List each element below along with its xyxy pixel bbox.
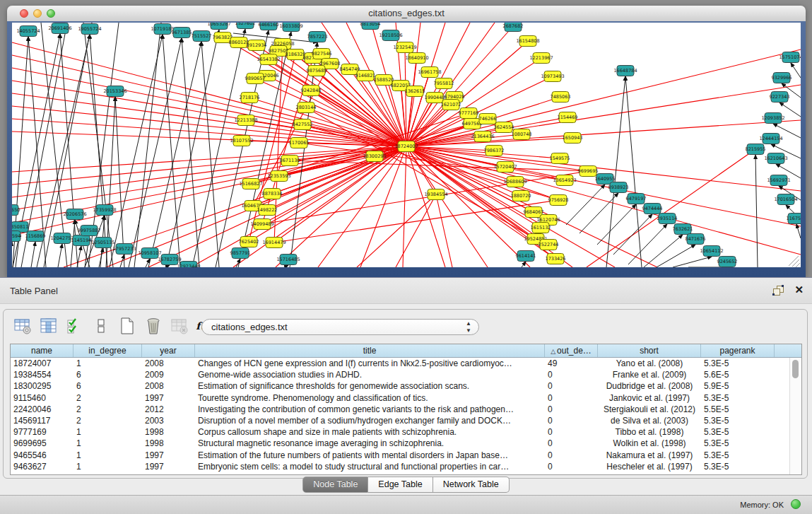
table-cell: 2008	[142, 380, 195, 392]
column-header-pagerank[interactable]: pagerank	[701, 344, 775, 357]
network-view-frame: 1405572420691406190557241071918596713857…	[7, 21, 806, 277]
graph-node-label: 7485063	[551, 94, 571, 100]
graph-node-label: 20206576	[63, 211, 86, 217]
table-cell: 0	[545, 450, 598, 461]
table-cell: 1997	[142, 461, 195, 472]
window-titlebar[interactable]: citations_edges.txt	[7, 6, 806, 22]
table-cell: Yano et al. (2008)	[598, 358, 701, 369]
table-cell: 2009	[142, 369, 195, 380]
table-cell: 5.6E-5	[701, 369, 775, 380]
table-cell: Jankovic et al. (1997)	[598, 392, 701, 404]
column-header-in_degree[interactable]: in_degree	[73, 344, 142, 357]
graph-node-label: 16648784	[613, 68, 637, 74]
table-row[interactable]: 969969511998Structural magnetic resonanc…	[11, 438, 801, 449]
graph-node-label: 12213388	[234, 117, 257, 123]
table-cell: 5.9E-5	[701, 380, 775, 392]
delete-table-icon[interactable]	[170, 316, 189, 336]
table-row[interactable]: 2242004622012Investigating the contribut…	[11, 404, 801, 415]
table-panel: Table Panel ✕ f(x) c	[0, 277, 812, 495]
table-row[interactable]: 1938455462009Genome-wide association stu…	[11, 369, 801, 380]
table-cell: 1998	[142, 426, 195, 438]
table-cell: 18724007	[11, 358, 73, 369]
table-cell: 18300295	[11, 380, 73, 392]
table-cell: 0	[545, 369, 598, 380]
table-cell: 5.3E-5	[701, 415, 775, 426]
column-header-title[interactable]: title	[195, 344, 545, 357]
graph-node-label: 12213967	[529, 55, 553, 61]
table-cell: 2008	[142, 358, 195, 369]
memory-status-indicator[interactable]	[791, 499, 801, 509]
column-header-out_de[interactable]: △out_de…	[545, 344, 598, 357]
table-cell: 1	[73, 426, 142, 438]
table-select-dropdown[interactable]: citations_edges.txt ▲▼	[201, 319, 479, 335]
table-cell: 6	[73, 380, 142, 392]
table-cell: 2	[73, 415, 142, 426]
table-toolbar: f(x)	[13, 315, 216, 337]
table-row[interactable]: 1830029562008Estimation of significance …	[11, 380, 801, 392]
network-window: citations_edges.txt 14055724206914061905…	[7, 6, 806, 277]
graph-node-label: 1621072	[441, 102, 461, 107]
graph-node-label: 6466160	[259, 23, 279, 28]
table-cell: Estimation of significance thresholds fo…	[195, 380, 545, 392]
graph-node-label: 16033809	[279, 23, 302, 29]
table-cell: 5.3E-5	[701, 392, 775, 404]
table-cell: 5.3E-5	[701, 358, 775, 369]
table-scrollbar[interactable]	[789, 358, 801, 474]
table-row[interactable]: 1456911722003Disruption of a novel membe…	[11, 415, 801, 426]
table-cell: 5.5E-5	[701, 404, 775, 415]
table-cell: Hescheler et al. (1997)	[598, 461, 701, 472]
select-columns-icon[interactable]	[65, 316, 85, 336]
table-cell: 9115460	[11, 392, 73, 404]
graph-node-label: 20153346	[103, 88, 126, 94]
graph-node-label: 1170065	[289, 140, 310, 146]
table-columns-icon[interactable]	[39, 316, 59, 336]
table-cell: Stergiakouli et al. (2012)	[598, 404, 701, 415]
network-canvas[interactable]: 1405572420691406190557241071918596713857…	[12, 23, 801, 267]
graph-node-label: 16961758	[418, 69, 441, 75]
close-panel-icon[interactable]: ✕	[794, 284, 804, 296]
graph-node-label: 18640910	[405, 55, 428, 61]
graph-node-label: 9614141	[516, 253, 536, 259]
table-cell: 0	[545, 404, 598, 415]
column-header-short[interactable]: short	[598, 344, 701, 357]
delete-file-icon[interactable]	[143, 316, 163, 336]
table-cell: Structural magnetic resonance image aver…	[195, 438, 545, 449]
table-cell: Genome-wide association studies in ADHD.	[195, 369, 545, 380]
table-row[interactable]: 977716911998Corpus callosum shape and si…	[11, 426, 801, 438]
graph-node-label: 9890657	[245, 76, 266, 81]
table-cell: 0	[545, 415, 598, 426]
graph-node-label: 19055724	[78, 26, 101, 32]
table-cell: Tibbo et al. (1998)	[598, 426, 701, 438]
graph-node-label: 16543382	[257, 57, 280, 62]
tab-edge-table[interactable]: Edge Table	[368, 477, 433, 493]
row-height-icon[interactable]	[91, 316, 111, 336]
table-row[interactable]: 1872400712008Changes of HCN gene express…	[11, 358, 801, 369]
table-scrollbar-thumb[interactable]	[792, 360, 799, 378]
network-canvas-svg[interactable]: 1405572420691406190557241071918596713857…	[12, 23, 801, 267]
dropdown-value: citations_edges.txt	[211, 322, 288, 332]
table-row[interactable]: 946362711997Embryonic stem cells: a mode…	[11, 461, 801, 472]
graph-node-label: 9756928	[548, 197, 569, 203]
table-row[interactable]: 911546021997Tourette syndrome. Phenomeno…	[11, 392, 801, 404]
graph-node-label: 746266	[479, 116, 497, 122]
graph-node-label: 1156869	[25, 233, 46, 239]
graph-node-label: 2522744	[539, 242, 559, 247]
graph-node-label: 16914479	[262, 240, 286, 245]
table-row[interactable]: 946554611997Estimation of the future num…	[11, 450, 801, 461]
table-cell: 9777169	[11, 426, 73, 438]
float-panel-icon[interactable]	[773, 286, 784, 296]
graph-node-label: 21364436	[471, 134, 494, 139]
canvas-resize-grip[interactable]	[789, 256, 800, 267]
graph-node-label: 2687682	[503, 23, 524, 29]
column-header-year[interactable]: year	[142, 344, 195, 357]
new-file-icon[interactable]	[117, 316, 137, 336]
table-settings-icon[interactable]	[13, 316, 33, 336]
table-cell: 5.3E-5	[701, 450, 775, 461]
tab-network-table[interactable]: Network Table	[433, 477, 510, 493]
tab-node-table[interactable]: Node Table	[302, 477, 368, 493]
graph-node-label: 18300295	[363, 153, 386, 159]
graph-node-label: 9857791	[230, 250, 251, 256]
column-header-name[interactable]: name	[11, 344, 73, 357]
table-cell: 1998	[142, 438, 195, 449]
table-cell: Corpus callosum shape and size in male p…	[195, 426, 545, 438]
